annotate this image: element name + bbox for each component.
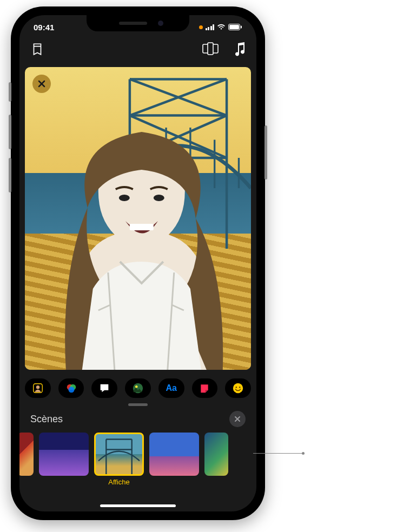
battery-icon bbox=[228, 24, 242, 30]
side-button bbox=[264, 125, 267, 179]
bridge-icon bbox=[96, 434, 142, 474]
filters-button[interactable] bbox=[58, 378, 84, 398]
volume-up bbox=[9, 115, 11, 149]
svg-point-15 bbox=[233, 383, 243, 393]
music-button[interactable] bbox=[234, 42, 246, 64]
close-viewer-button[interactable] bbox=[32, 75, 51, 93]
notch bbox=[87, 15, 189, 31]
svg-rect-1 bbox=[229, 25, 239, 29]
iphone-frame: 09:41 bbox=[11, 6, 265, 520]
svg-point-5 bbox=[119, 195, 130, 201]
scene-thumb-city[interactable] bbox=[39, 433, 89, 476]
scene-thumb-label: Affiche bbox=[108, 478, 130, 486]
svg-rect-4 bbox=[208, 43, 213, 55]
emoji-button[interactable] bbox=[225, 378, 251, 398]
scene-thumb-action[interactable] bbox=[19, 433, 34, 476]
cellular-icon bbox=[206, 24, 215, 30]
svg-point-16 bbox=[236, 387, 237, 388]
scene-thumb-reef[interactable] bbox=[149, 433, 199, 476]
projects-button[interactable] bbox=[30, 42, 44, 64]
svg-point-17 bbox=[239, 387, 241, 388]
selfie-subject bbox=[50, 110, 234, 370]
svg-point-14 bbox=[135, 385, 138, 388]
text-icon: Aa bbox=[166, 383, 176, 393]
memoji-button[interactable] bbox=[25, 378, 51, 398]
volume-down bbox=[9, 158, 11, 192]
app-toolbar bbox=[19, 42, 256, 64]
screen: 09:41 bbox=[19, 15, 256, 511]
scene-browser[interactable]: Affiche bbox=[19, 433, 256, 492]
scene-thumb-affiche[interactable]: Affiche bbox=[94, 433, 144, 486]
panel-title: Scènes bbox=[30, 414, 63, 425]
mute-switch bbox=[9, 82, 11, 102]
panel-grabber[interactable] bbox=[128, 403, 148, 406]
svg-rect-7 bbox=[130, 224, 154, 230]
status-time: 09:41 bbox=[34, 23, 54, 32]
svg-point-12 bbox=[68, 387, 74, 393]
status-indicators bbox=[199, 24, 243, 30]
svg-point-9 bbox=[36, 385, 39, 389]
text-button[interactable]: Aa bbox=[158, 378, 184, 398]
home-indicator[interactable] bbox=[100, 504, 176, 507]
stickers-button[interactable] bbox=[192, 378, 218, 398]
callout-leader-line bbox=[253, 453, 303, 454]
effects-bar: Aa bbox=[25, 375, 251, 401]
live-titles-button[interactable] bbox=[91, 378, 117, 398]
mic-indicator-icon bbox=[199, 25, 203, 29]
svg-rect-2 bbox=[241, 26, 242, 29]
aspect-ratio-button[interactable] bbox=[202, 42, 219, 64]
wifi-icon bbox=[217, 24, 226, 30]
panel-header: Scènes bbox=[30, 411, 246, 427]
viewer[interactable] bbox=[25, 67, 251, 370]
panel-close-button[interactable] bbox=[229, 411, 246, 427]
scenes-button[interactable] bbox=[125, 378, 151, 398]
svg-point-6 bbox=[154, 195, 164, 201]
scene-thumb-monsters[interactable] bbox=[204, 433, 228, 476]
